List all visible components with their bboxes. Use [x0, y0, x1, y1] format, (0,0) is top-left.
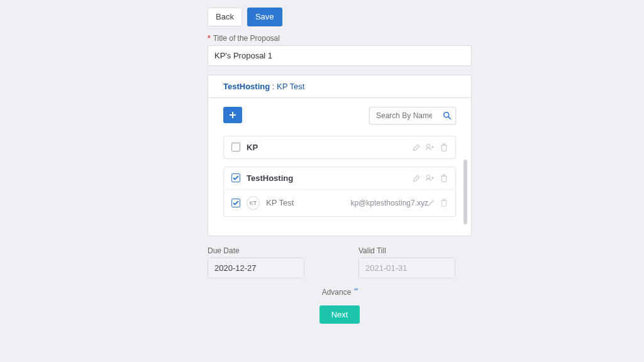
due-date-input[interactable]: [208, 258, 304, 278]
title-input[interactable]: [208, 45, 472, 66]
search-input[interactable]: [369, 107, 438, 124]
edit-icon[interactable]: [413, 143, 421, 151]
svg-point-3: [427, 175, 430, 178]
add-button[interactable]: [223, 107, 242, 123]
svg-point-2: [427, 144, 430, 147]
contact-checkbox[interactable]: [231, 199, 240, 207]
search-icon: [443, 111, 452, 120]
required-star-icon: *: [208, 34, 211, 43]
group-actions: [413, 143, 448, 151]
title-label-text: Title of the Proposal: [213, 34, 280, 43]
group-name: TestHosting: [247, 173, 293, 183]
search-group: [369, 107, 456, 124]
panel-body: KP TestHosting: [208, 98, 471, 236]
save-button[interactable]: Save: [247, 8, 282, 26]
advance-toggle[interactable]: Advance ˅˅: [322, 288, 358, 297]
panel-header: TestHosting : KP Test: [208, 75, 471, 98]
advance-label: Advance: [322, 288, 352, 297]
valid-till-input[interactable]: [359, 258, 455, 278]
back-button[interactable]: Back: [208, 8, 242, 26]
contact-row: KT KP Test kp@kptesthosting7.xyz: [224, 189, 455, 216]
group-card: TestHosting KT KP Test kp@kptesthosting7…: [223, 167, 456, 217]
contact-email: kp@kptesthosting7.xyz: [350, 199, 428, 207]
group-name: KP: [247, 143, 258, 152]
plus-icon: [229, 111, 236, 119]
panel-header-account: TestHosting: [223, 82, 270, 91]
panel-header-sep: :: [272, 82, 277, 91]
edit-icon[interactable]: [427, 199, 435, 207]
delete-icon[interactable]: [440, 174, 448, 182]
delete-icon[interactable]: [440, 199, 448, 207]
group-checkbox[interactable]: [231, 143, 240, 151]
scrollbar[interactable]: [464, 160, 467, 224]
toolbar: Back Save: [208, 8, 472, 26]
search-button[interactable]: [438, 107, 456, 124]
avatar: KT: [247, 196, 260, 210]
edit-icon[interactable]: [413, 174, 421, 182]
contact-actions: [427, 199, 448, 207]
delete-icon[interactable]: [440, 143, 448, 151]
contact-name: KP Test: [266, 198, 294, 207]
due-date-label: Due Date: [208, 246, 304, 255]
panel-header-contact: KP Test: [277, 82, 304, 91]
next-button[interactable]: Next: [319, 305, 360, 324]
group-card: KP: [223, 136, 456, 159]
group-checkbox[interactable]: [231, 173, 240, 182]
group-actions: [413, 174, 448, 182]
valid-till-label: Valid Till: [358, 246, 455, 255]
svg-line-1: [448, 117, 450, 119]
accounts-panel: TestHosting : KP Test: [208, 75, 472, 236]
add-user-icon[interactable]: [426, 143, 435, 151]
title-label: * Title of the Proposal: [208, 34, 472, 43]
add-user-icon[interactable]: [426, 174, 435, 182]
chevron-down-icon: ˅˅: [353, 288, 357, 295]
